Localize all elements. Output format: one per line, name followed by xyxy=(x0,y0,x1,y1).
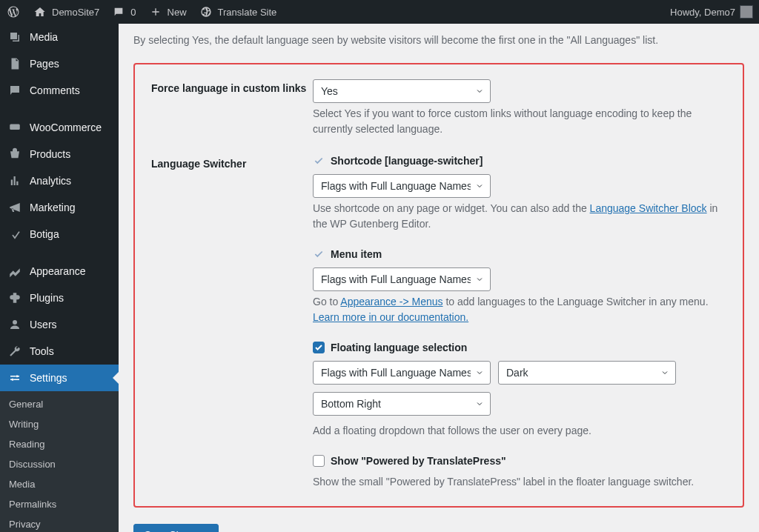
floating-block: Floating language selection Flags with F… xyxy=(313,342,726,439)
submenu-discussion[interactable]: Discussion xyxy=(0,454,119,474)
admin-sidebar: Media Pages Comments WooCommerce Product… xyxy=(0,24,119,532)
settings-submenu: General Writing Reading Discussion Media… xyxy=(0,391,119,532)
submenu-media[interactable]: Media xyxy=(0,474,119,494)
site-name: DemoSite7 xyxy=(52,7,99,18)
marketing-icon xyxy=(7,200,22,215)
svg-rect-0 xyxy=(10,124,20,130)
appearance-icon xyxy=(7,264,22,279)
force-language-select[interactable]: Yes xyxy=(313,79,491,103)
language-switcher-panel: Force language in custom links Yes Selec… xyxy=(133,63,744,508)
translate-label: Translate Site xyxy=(218,7,277,18)
floating-checkbox[interactable] xyxy=(313,342,325,353)
floating-desc: Add a floating dropdown that follows the… xyxy=(313,423,726,439)
powered-by-checkbox[interactable] xyxy=(313,455,325,467)
check-icon xyxy=(313,248,325,260)
force-language-label: Force language in custom links xyxy=(151,79,313,94)
sidebar-item-comments[interactable]: Comments xyxy=(0,77,119,104)
powered-by-title: Show "Powered by TranslatePress" xyxy=(331,455,506,467)
admin-bar: DemoSite7 0 New Translate Site Howdy, De… xyxy=(0,0,759,24)
users-icon xyxy=(7,317,22,332)
floating-theme-select[interactable]: Dark xyxy=(498,361,676,385)
menu-item-block: Menu item Flags with Full Language Names… xyxy=(313,248,726,325)
settings-icon xyxy=(7,370,22,385)
svg-point-3 xyxy=(12,379,14,381)
language-switcher-label: Language Switcher xyxy=(151,155,313,170)
sidebar-item-users[interactable]: Users xyxy=(0,311,119,338)
woocommerce-icon xyxy=(7,120,22,135)
analytics-icon xyxy=(7,173,22,188)
comment-icon xyxy=(111,4,126,19)
plugins-icon xyxy=(7,290,22,305)
botiga-icon xyxy=(7,227,22,242)
powered-by-block: Show "Powered by TranslatePress" Show th… xyxy=(313,455,726,490)
force-language-row: Force language in custom links Yes Selec… xyxy=(151,79,726,137)
menu-item-desc: Go to Appearance -> Menus to add languag… xyxy=(313,294,726,325)
svg-point-2 xyxy=(16,375,19,377)
site-name-link[interactable]: DemoSite7 xyxy=(33,4,99,19)
pages-icon xyxy=(7,56,22,71)
content-area: By selecting Yes, the default language s… xyxy=(119,24,759,532)
sidebar-item-analytics[interactable]: Analytics xyxy=(0,167,119,194)
wordpress-icon xyxy=(6,4,21,19)
translate-icon xyxy=(199,4,213,19)
powered-by-desc: Show the small "Powered by TranslatePres… xyxy=(313,474,726,490)
intro-text: By selecting Yes, the default language s… xyxy=(133,33,744,48)
comments-link[interactable]: 0 xyxy=(111,4,136,19)
home-icon xyxy=(33,4,47,19)
plus-icon xyxy=(148,4,163,19)
language-switcher-row: Language Switcher Shortcode [language-sw… xyxy=(151,155,726,490)
shortcode-desc: Use shortcode on any page or widget. You… xyxy=(313,201,726,232)
menu-separator xyxy=(0,107,119,111)
svg-point-1 xyxy=(13,320,17,325)
submenu-privacy[interactable]: Privacy xyxy=(0,514,119,532)
new-label: New xyxy=(168,7,187,18)
floating-position-select[interactable]: Bottom Right xyxy=(313,392,491,416)
sidebar-item-pages[interactable]: Pages xyxy=(0,50,119,77)
avatar xyxy=(740,5,753,19)
tools-icon xyxy=(7,344,22,359)
shortcode-title: Shortcode [language-switcher] xyxy=(331,155,483,167)
shortcode-style-select[interactable]: Flags with Full Language Names xyxy=(313,174,491,198)
sidebar-item-tools[interactable]: Tools xyxy=(0,338,119,365)
switcher-block-link[interactable]: Language Switcher Block xyxy=(590,202,707,214)
my-account-link[interactable]: Howdy, Demo7 xyxy=(670,5,753,19)
learn-more-link[interactable]: Learn more in our documentation. xyxy=(313,311,468,323)
appearance-menus-link[interactable]: Appearance -> Menus xyxy=(340,296,443,307)
sidebar-item-botiga[interactable]: Botiga xyxy=(0,221,119,247)
sidebar-item-woocommerce[interactable]: WooCommerce xyxy=(0,114,119,141)
sidebar-item-marketing[interactable]: Marketing xyxy=(0,194,119,221)
save-changes-button[interactable]: Save Changes xyxy=(133,524,219,532)
check-icon xyxy=(313,155,325,167)
sidebar-item-settings[interactable]: Settings xyxy=(0,365,119,391)
floating-style-select[interactable]: Flags with Full Language Names xyxy=(313,361,491,385)
howdy-text: Howdy, Demo7 xyxy=(670,7,735,18)
translate-site-link[interactable]: Translate Site xyxy=(199,4,277,19)
force-language-desc: Select Yes if you want to force custom l… xyxy=(313,106,726,137)
sidebar-item-appearance[interactable]: Appearance xyxy=(0,258,119,285)
sidebar-item-plugins[interactable]: Plugins xyxy=(0,285,119,311)
wp-logo[interactable] xyxy=(6,4,21,19)
menu-item-title: Menu item xyxy=(331,248,382,260)
comments-icon xyxy=(7,83,22,98)
sidebar-item-media[interactable]: Media xyxy=(0,24,119,50)
media-icon xyxy=(7,30,22,44)
sidebar-item-products[interactable]: Products xyxy=(0,141,119,167)
submenu-writing[interactable]: Writing xyxy=(0,414,119,434)
menu-style-select[interactable]: Flags with Full Language Names xyxy=(313,267,491,291)
shortcode-block: Shortcode [language-switcher] Flags with… xyxy=(313,155,726,232)
submenu-permalinks[interactable]: Permalinks xyxy=(0,494,119,514)
menu-separator xyxy=(0,250,119,255)
comments-count: 0 xyxy=(130,7,136,18)
products-icon xyxy=(7,147,22,162)
new-content-link[interactable]: New xyxy=(148,4,187,19)
submenu-general[interactable]: General xyxy=(0,394,119,414)
floating-title: Floating language selection xyxy=(331,342,467,353)
submenu-reading[interactable]: Reading xyxy=(0,434,119,454)
